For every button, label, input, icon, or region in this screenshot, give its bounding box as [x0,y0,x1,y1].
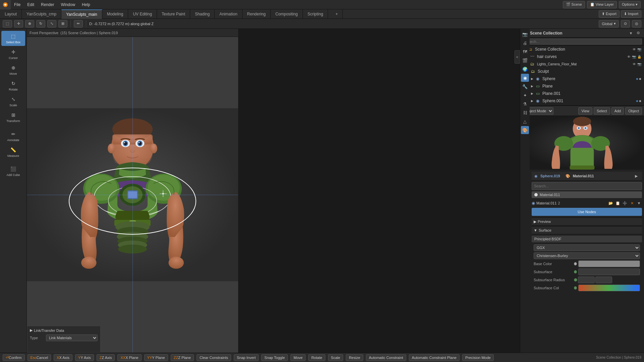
cursor-btn[interactable]: ✛ [14,20,23,27]
snap-invert-btn[interactable]: Snap Invert [234,354,259,361]
subsurface-col-input[interactable] [578,285,640,291]
menu-help[interactable]: Help [78,0,94,9]
select-box-btn[interactable]: ⬚ [3,20,12,27]
auto-constraint-btn[interactable]: Automatic Constraint [366,354,406,361]
mat-delete-icon[interactable]: ✕ [629,200,635,206]
link-type-select[interactable]: Link Materials [46,335,98,341]
tab-layout[interactable]: Layout [0,9,22,19]
resize-status-btn[interactable]: Resize [346,354,363,361]
options-btn[interactable]: Options ▾ [619,1,641,8]
yy-key: YY [147,356,152,360]
y-axis-btn[interactable]: Y Y Axis [75,354,94,361]
base-color-input[interactable] [578,260,640,267]
cancel-btn[interactable]: Esc Cancel [28,354,51,361]
clear-constraints-btn[interactable]: Clear Constraints [197,354,231,361]
tab-texture-paint[interactable]: Texture Paint [157,9,190,19]
snap-toggle-btn[interactable]: Snap Toggle [261,354,288,361]
outliner-item-lights-cam[interactable]: ▶ 🗂 Lights_Camera_Floor_Mat 👁 📷 [520,60,644,68]
subsurface-input[interactable]: 0.000 [578,268,640,275]
mat-nav-icon[interactable]: ▶ [633,173,639,179]
tool-rotate[interactable]: ↻ Rotate [1,78,25,93]
rotate-btn[interactable]: ↻ [36,20,45,27]
subsurface-col-dot [574,286,577,290]
tool-annotate[interactable]: ✏ Annotate [1,129,25,144]
tool-measure[interactable]: 📏 Measure [1,144,25,160]
move-btn[interactable]: ⊕ [25,20,34,27]
blender-logo-menu[interactable] [0,0,11,9]
x-plane-btn[interactable]: XX X Plane [117,354,141,361]
scene-selector[interactable]: 🎬 Scene [563,1,585,8]
tab-modeling[interactable]: Modeling [102,9,128,19]
tool-select-box[interactable]: ⬚ Select Box [1,31,25,46]
tool-scale[interactable]: ⤡ Scale [1,94,25,109]
subsurface-method-select[interactable]: Christensen-Burley [534,252,640,259]
material-search-input[interactable] [532,182,642,190]
outliner-item-hair-curves[interactable]: ▶ 〰 hair curves 👁 📷 🔒 [520,53,644,60]
mat-filter-icon[interactable]: ▼ [636,200,642,206]
outliner-search-input[interactable] [522,39,642,45]
tool-cursor[interactable]: ✛ Cursor [1,47,25,62]
menu-edit[interactable]: Edit [24,0,38,9]
rotate-status-btn[interactable]: Rotate [308,354,325,361]
auto-constraint-plane-btn[interactable]: Automatic Constraint Plane [409,354,460,361]
outliner-item-sculpt[interactable]: ▼ 🗂 Sculpt [520,68,644,75]
proportional-edit-btn[interactable]: ◎ [632,20,641,27]
scale-status-btn[interactable]: Scale [328,354,343,361]
tab-yan-cmp[interactable]: YanSculpts_cmp [22,9,61,19]
object-mode-btn[interactable]: Object [625,107,642,115]
tab-scripting[interactable]: Scripting [303,9,328,19]
tab-rendering[interactable]: Rendering [243,9,271,19]
move-status-btn[interactable]: Move [290,354,306,361]
viewport-3d[interactable]: 人人素材 RRCG 人人素材 RRCG 人人素材 [27,37,238,353]
confirm-btn[interactable]: ⏎ Confirm [3,354,25,361]
transform-btn[interactable]: ⊞ [58,20,67,27]
mat-copy-icon[interactable]: 📋 [615,200,621,206]
tab-uv-editing[interactable]: UV Editing [128,9,157,19]
export-btn[interactable]: ⬆ Export [599,10,620,18]
z-axis-btn[interactable]: Z Z Axis [97,354,115,361]
z-plane-btn[interactable]: ZZ Z Plane [171,354,194,361]
outliner-item-plane[interactable]: ▶ ▭ Plane [520,82,644,90]
outliner-filter-icon[interactable]: ▼ [628,30,634,36]
subsurface-radius-r-input[interactable]: 1.000 [578,277,595,283]
tab-compositing[interactable]: Compositing [271,9,303,19]
tool-move[interactable]: ⊕ Move [1,62,25,77]
use-nodes-button[interactable]: Use Nodes [532,208,642,216]
distribution-select[interactable]: GGX [534,244,640,251]
view-layer-selector[interactable]: 📋 View Layer [587,1,617,8]
outliner-item-scene-collection[interactable]: ▼ 🗂 Scene Collection 👁 📷 [520,46,644,53]
material-slot[interactable]: Material.011 [532,191,642,198]
preview-section-header[interactable]: ▶ Preview [532,218,642,226]
tab-shading[interactable]: Shading [190,9,215,19]
sculpt-label: Sculpt [538,69,549,74]
precision-mode-btn[interactable]: Precision Mode [462,354,494,361]
scale-btn[interactable]: ⤡ [47,20,56,27]
add-workspace-btn[interactable]: + [331,9,343,19]
tab-yan-main[interactable]: YanSculpts_main [61,9,102,19]
menu-file[interactable]: File [11,0,24,9]
import-btn[interactable]: ⬇ Import [621,10,641,18]
outliner-item-sphere001[interactable]: ▶ ◉ Sphere.001 ◆ ◆ [520,97,644,105]
tool-transform[interactable]: ⊞ Transform [1,110,25,125]
y-plane-btn[interactable]: YY Y Plane [144,354,168,361]
n-panel-toggle[interactable]: < [515,50,520,64]
menu-render[interactable]: Render [38,0,57,9]
add-mode-btn[interactable]: Add [611,107,624,115]
surface-section-header[interactable]: ▼ Surface [532,226,642,234]
outliner-item-plane-001[interactable]: ▶ ▭ Plane.001 [520,90,644,97]
annotate-btn[interactable]: ✏ [74,20,83,27]
select-mode-btn[interactable]: Select [594,107,610,115]
mat-browse-icon[interactable]: 📂 [608,200,614,206]
tab-animation[interactable]: Animation [215,9,242,19]
view-mode-btn[interactable]: View [578,107,592,115]
x-axis-btn[interactable]: X X Axis [54,354,72,361]
xx-key: XX [120,356,125,360]
global-transform-btn[interactable]: Global ▾ [599,20,619,27]
menu-window[interactable]: Window [57,0,78,9]
outliner-settings-icon[interactable]: ⚙ [635,30,641,36]
subsurface-radius-g-input[interactable]: 0.200 [595,277,612,283]
outliner-item-sphere[interactable]: ▶ ◉ Sphere ◆ ◆ [520,75,644,82]
tool-add-cube[interactable]: ⬛ Add Cube [1,164,25,179]
mat-new-icon[interactable]: ➕ [622,200,628,206]
snap-btn[interactable]: ⊙ [621,20,630,27]
